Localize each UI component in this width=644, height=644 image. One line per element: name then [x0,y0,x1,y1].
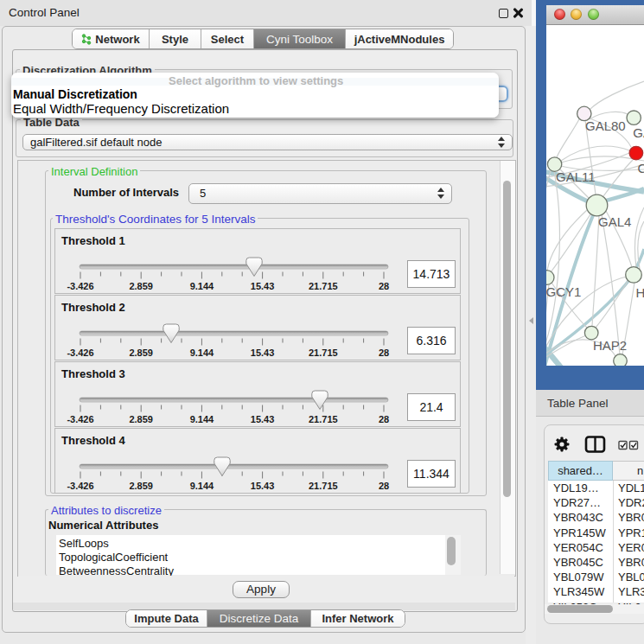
svg-text:HAP2: HAP2 [593,338,627,353]
svg-text:28: 28 [379,281,389,291]
svg-text:28: 28 [379,348,389,358]
svg-text:2.859: 2.859 [129,481,153,491]
svg-text:-3.426: -3.426 [67,481,93,491]
svg-text:15.43: 15.43 [251,481,275,491]
svg-text:GAL11: GAL11 [556,169,596,184]
svg-text:15.43: 15.43 [251,348,275,358]
svg-text:-3.426: -3.426 [67,281,93,291]
svg-text:9.144: 9.144 [190,414,214,424]
svg-text:H: H [635,285,644,300]
svg-text:GCY1: GCY1 [546,284,581,299]
svg-text:GA: GA [633,125,644,140]
svg-text:21.715: 21.715 [309,414,338,424]
svg-text:-3.426: -3.426 [67,414,93,424]
svg-text:C: C [637,161,644,175]
svg-text:21.715: 21.715 [309,481,338,491]
svg-text:9.144: 9.144 [190,281,214,291]
svg-text:28: 28 [379,414,389,424]
svg-text:2.859: 2.859 [129,281,153,291]
svg-text:21.715: 21.715 [309,348,338,358]
svg-text:21.715: 21.715 [309,281,338,291]
svg-text:GAL80: GAL80 [585,118,626,133]
svg-text:9.144: 9.144 [190,348,214,358]
svg-text:15.43: 15.43 [251,281,275,291]
svg-text:9.144: 9.144 [190,481,214,491]
svg-text:-3.426: -3.426 [67,348,93,358]
svg-text:2.859: 2.859 [129,348,153,358]
svg-text:28: 28 [379,481,389,491]
svg-text:2.859: 2.859 [129,414,153,424]
svg-text:GAL4: GAL4 [598,214,631,229]
svg-text:15.43: 15.43 [251,414,275,424]
